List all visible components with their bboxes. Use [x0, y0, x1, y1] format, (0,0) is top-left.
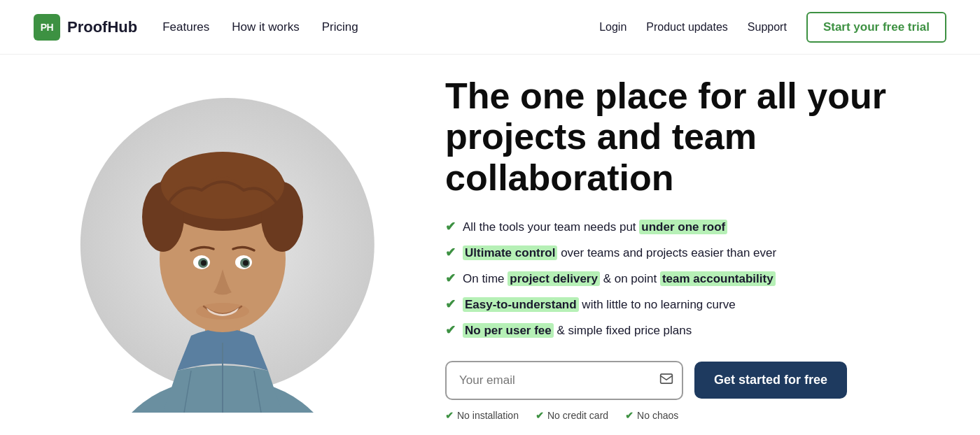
highlight-4: Easy-to-understand: [463, 297, 579, 312]
bottom-badges: ✔ No installation ✔ No credit card ✔ No …: [445, 410, 938, 421]
get-started-button[interactable]: Get started for free: [694, 362, 847, 399]
badge-no-chaos: ✔ No chaos: [625, 410, 678, 421]
highlight-5: No per user fee: [463, 323, 554, 338]
highlight-3b: team accountability: [660, 271, 776, 286]
badge-no-credit-card: ✔ No credit card: [536, 410, 608, 421]
support-link[interactable]: Support: [748, 21, 787, 34]
badge-label-1: No installation: [457, 410, 519, 421]
start-trial-button[interactable]: Start your free trial: [806, 12, 946, 43]
cta-row: Get started for free: [445, 361, 938, 400]
svg-point-13: [196, 303, 249, 320]
login-link[interactable]: Login: [599, 21, 626, 34]
main-nav: Features How it works Pricing: [162, 20, 358, 34]
feature-item-1: ✔ All the tools your team needs put unde…: [445, 218, 938, 236]
feature-text-4: Easy-to-understand with little to no lea…: [463, 296, 736, 314]
badge-check-1: ✔: [445, 410, 454, 421]
check-icon-1: ✔: [445, 218, 456, 236]
hero-image-section: [0, 55, 431, 435]
feature-text-1: All the tools your team needs put under …: [463, 218, 727, 236]
nav-features[interactable]: Features: [162, 20, 209, 34]
feature-item-2: ✔ Ultimate control over teams and projec…: [445, 243, 938, 262]
check-icon-5: ✔: [445, 321, 456, 340]
badge-check-2: ✔: [536, 410, 544, 421]
feature-text-5: No per user fee & simple fixed price pla…: [463, 322, 692, 340]
logo-icon: PH: [34, 14, 60, 41]
header-right: Login Product updates Support Start your…: [599, 12, 946, 43]
highlight-1: under one roof: [639, 220, 727, 234]
hero-title: The one place for all your projects and …: [445, 76, 938, 198]
feature-item-3: ✔ On time project delivery & on point te…: [445, 269, 938, 288]
feature-item-4: ✔ Easy-to-understand with little to no l…: [445, 295, 938, 314]
badge-label-2: No credit card: [547, 410, 608, 421]
nav-how-it-works[interactable]: How it works: [232, 20, 299, 34]
check-icon-3: ✔: [445, 269, 456, 288]
email-input[interactable]: [445, 361, 683, 400]
logo-text: ProofHub: [67, 18, 137, 36]
svg-point-12: [243, 260, 248, 266]
feature-item-5: ✔ No per user fee & simple fixed price p…: [445, 321, 938, 340]
badge-check-3: ✔: [625, 410, 634, 421]
check-icon-4: ✔: [445, 295, 456, 314]
svg-rect-17: [661, 374, 673, 383]
highlight-2: Ultimate control: [463, 245, 557, 260]
logo[interactable]: PH ProofHub: [34, 14, 137, 41]
check-icon-2: ✔: [445, 243, 456, 262]
badge-no-installation: ✔ No installation: [445, 410, 519, 421]
feature-text-3: On time project delivery & on point team…: [463, 270, 776, 288]
badge-label-3: No chaos: [637, 410, 678, 421]
product-updates-link[interactable]: Product updates: [646, 21, 728, 34]
highlight-3a: project delivery: [507, 271, 600, 286]
svg-point-11: [201, 260, 206, 266]
features-list: ✔ All the tools your team needs put unde…: [445, 218, 938, 340]
hero-person-image: [93, 77, 352, 413]
email-input-wrapper: [445, 361, 683, 400]
nav-pricing[interactable]: Pricing: [322, 20, 358, 34]
feature-text-2: Ultimate control over teams and projects…: [463, 244, 776, 262]
email-icon: [659, 371, 673, 389]
hero-content: The one place for all your projects and …: [431, 55, 980, 435]
